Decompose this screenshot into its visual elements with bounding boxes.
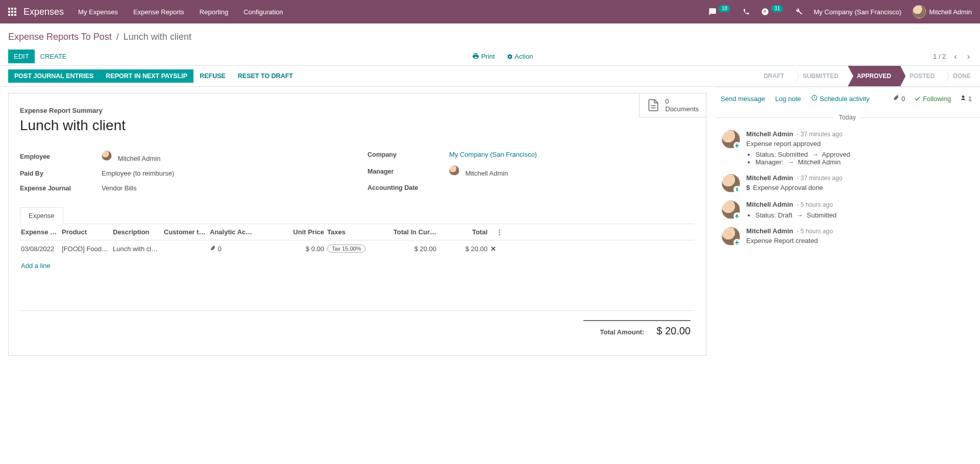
- check-icon: [914, 95, 921, 102]
- employee-value: Mitchell Admin: [102, 151, 160, 162]
- user-icon: [960, 95, 966, 101]
- nav-my-expenses[interactable]: My Expenses: [78, 8, 118, 16]
- journal-value: Vendor Bills: [102, 184, 137, 192]
- log-note[interactable]: Log note: [775, 95, 801, 103]
- svg-rect-7: [11, 14, 13, 16]
- breadcrumb-parent[interactable]: Expense Reports To Post: [8, 32, 112, 42]
- message: Mitchell Admin - 5 hours agoStatus: Draf…: [715, 197, 980, 223]
- step-approved[interactable]: APPROVED: [848, 66, 900, 86]
- svg-rect-4: [11, 11, 13, 13]
- message-author[interactable]: Mitchell Admin: [746, 130, 793, 138]
- cell-desc: Lunch with cl…: [113, 245, 164, 253]
- systray-phone[interactable]: [743, 8, 750, 15]
- schedule-activity[interactable]: Schedule activity: [811, 94, 869, 103]
- total-amount: $ 20.00: [656, 325, 691, 337]
- message: Mitchell Admin - 37 minutes agoExpense r…: [715, 126, 980, 170]
- cell-analytic: 0: [210, 245, 256, 253]
- add-a-line[interactable]: Add a line: [20, 257, 695, 275]
- cell-product: [FOOD] Food …: [62, 245, 113, 253]
- pager-next[interactable]: ›: [965, 52, 972, 61]
- step-posted[interactable]: POSTED: [900, 66, 944, 86]
- message-author[interactable]: Mitchell Admin: [746, 174, 793, 182]
- company-value[interactable]: My Company (San Francisco): [449, 151, 537, 158]
- step-submitted[interactable]: SUBMITTED: [794, 66, 848, 86]
- svg-rect-3: [8, 11, 10, 13]
- message-body: Expense Report created: [746, 237, 973, 245]
- control-panel: Expense Reports To Post / Lunch with cli…: [0, 23, 980, 65]
- status-steps: DRAFT SUBMITTED APPROVED POSTED DONE: [754, 66, 980, 86]
- table-optional-cols[interactable]: ⋮: [491, 228, 506, 236]
- row-delete[interactable]: ✕: [491, 245, 506, 253]
- following-button[interactable]: Following: [914, 95, 951, 103]
- journal-label: Expense Journal: [20, 185, 102, 192]
- svg-rect-2: [14, 8, 16, 10]
- message-changes: Status: Submitted → ApprovedManager: → M…: [755, 151, 973, 166]
- message-sub-icon: $: [733, 186, 741, 193]
- app-brand[interactable]: Expenses: [23, 7, 64, 17]
- systray-debug[interactable]: [795, 8, 802, 15]
- employee-avatar: [102, 151, 112, 161]
- svg-rect-6: [8, 14, 10, 16]
- svg-rect-0: [8, 8, 10, 10]
- refuse-button[interactable]: REFUSE: [193, 69, 232, 83]
- post-journal-button[interactable]: POST JOURNAL ENTRIES: [8, 69, 100, 83]
- documents-label: Documents: [665, 105, 699, 113]
- manager-value: Mitchell Admin: [449, 165, 508, 177]
- message-time: - 5 hours ago: [795, 201, 833, 208]
- message-time: - 37 minutes ago: [795, 131, 843, 138]
- message-avatar: $: [722, 174, 740, 192]
- svg-rect-8: [14, 14, 16, 16]
- nav-reporting[interactable]: Reporting: [200, 8, 228, 16]
- cell-tax: Tax 15.00%: [327, 245, 378, 253]
- pager-prev[interactable]: ‹: [952, 52, 959, 61]
- clock-icon: [811, 94, 818, 101]
- message-changes: Status: Draft → Submitted: [755, 211, 973, 219]
- step-draft[interactable]: DRAFT: [754, 66, 794, 86]
- table-row[interactable]: 03/08/2022 [FOOD] Food … Lunch with cl… …: [20, 240, 695, 257]
- apps-icon[interactable]: [8, 8, 16, 16]
- total-label: Total Amount:: [600, 328, 645, 336]
- chatter: Send message Log note Schedule activity …: [715, 87, 980, 366]
- message: Mitchell Admin - 5 hours agoExpense Repo…: [715, 223, 980, 250]
- message-sub-icon: [733, 239, 741, 246]
- message-author[interactable]: Mitchell Admin: [746, 201, 793, 208]
- send-message[interactable]: Send message: [721, 95, 765, 103]
- message: $ Mitchell Admin - 37 minutes ago$Expens…: [715, 170, 980, 197]
- print-button[interactable]: Print: [472, 53, 495, 60]
- cell-total: $ 20.00: [439, 245, 491, 253]
- systray-company[interactable]: My Company (San Francisco): [814, 8, 901, 16]
- tab-expense[interactable]: Expense: [20, 207, 63, 224]
- breadcrumb: Expense Reports To Post / Lunch with cli…: [8, 28, 972, 50]
- pager-text: 1 / 2: [933, 53, 946, 60]
- user-avatar: [913, 5, 926, 18]
- reset-draft-button[interactable]: RESET TO DRAFT: [232, 69, 299, 83]
- message-author[interactable]: Mitchell Admin: [746, 227, 793, 235]
- attachment-icon: [893, 94, 899, 101]
- report-payslip-button[interactable]: REPORT IN NEXT PAYSLIP: [100, 69, 193, 83]
- action-button[interactable]: Action: [507, 53, 533, 60]
- systray-user[interactable]: Mitchell Admin: [913, 5, 972, 18]
- company-label: Company: [368, 151, 449, 158]
- manager-label: Manager: [368, 168, 449, 175]
- form-sheet: 0 Documents Expense Report Summary Lunch…: [8, 93, 706, 356]
- edit-button[interactable]: EDIT: [8, 50, 35, 63]
- documents-stat-button[interactable]: 0 Documents: [639, 93, 706, 117]
- systray-activities[interactable]: 31: [761, 8, 784, 16]
- create-button[interactable]: CREATE: [35, 50, 72, 63]
- message-body: $Expense Approval done: [746, 184, 973, 191]
- nav-configuration[interactable]: Configuration: [243, 8, 283, 16]
- breadcrumb-current: Lunch with client: [124, 32, 191, 42]
- manager-avatar: [449, 165, 459, 176]
- breadcrumb-sep: /: [114, 32, 121, 42]
- sheet-title: Lunch with client: [20, 117, 695, 134]
- systray-messages[interactable]: 18: [708, 8, 731, 16]
- attachments-button[interactable]: 0: [893, 94, 905, 103]
- cell-total-cur: $ 20.00: [378, 245, 439, 253]
- paidby-label: Paid By: [20, 170, 102, 177]
- followers-count[interactable]: 1: [960, 95, 972, 103]
- accdate-label: Accounting Date: [368, 184, 449, 191]
- message-sub-icon: [733, 212, 741, 219]
- nav-expense-reports[interactable]: Expense Reports: [133, 8, 184, 16]
- paidby-value: Employee (to reimburse): [102, 169, 174, 177]
- document-icon: [647, 98, 660, 112]
